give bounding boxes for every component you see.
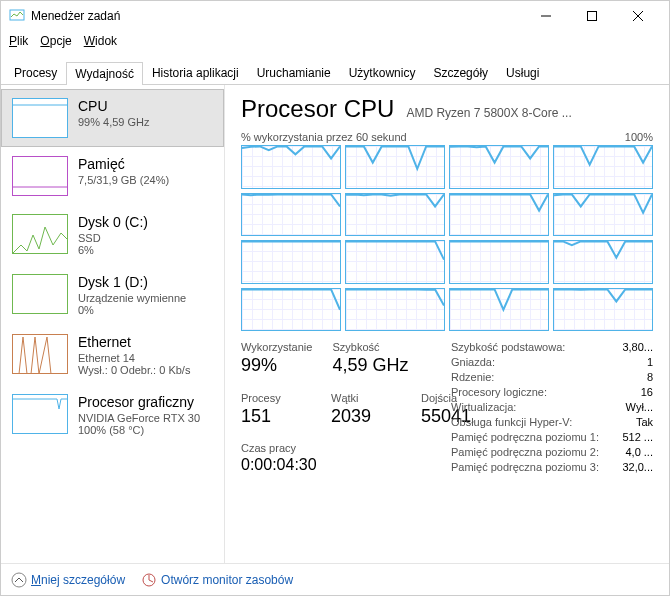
spec-row: Szybkość podstawowa:3,80... <box>451 341 653 353</box>
core-chart-7 <box>553 193 653 237</box>
tab-usługi[interactable]: Usługi <box>497 61 548 84</box>
sidebar-item-procesor-graficzny[interactable]: Procesor graficzny NVIDIA GeForce RTX 30… <box>1 385 224 445</box>
core-chart-13 <box>345 288 445 332</box>
core-chart-3 <box>553 145 653 189</box>
sidebar-item-dysk-1-d-[interactable]: Dysk 1 (D:) Urządzenie wymienne 0% <box>1 265 224 325</box>
page-title: Procesor CPU <box>241 95 394 123</box>
window-title: Menedżer zadań <box>31 9 523 23</box>
tab-szczegóły[interactable]: Szczegóły <box>424 61 497 84</box>
maximize-button[interactable] <box>569 1 615 31</box>
menu-view[interactable]: Widok <box>80 32 121 50</box>
spec-row: Rdzenie:8 <box>451 371 653 383</box>
core-chart-8 <box>241 240 341 284</box>
chevron-up-icon <box>11 572 27 588</box>
core-chart-1 <box>345 145 445 189</box>
open-resmon-link[interactable]: Otwórz monitor zasobów <box>141 572 293 588</box>
stat-uptime: Czas pracy0:00:04:30 <box>241 442 431 476</box>
sidebar-item-sub: Ethernet 14 <box>78 352 213 364</box>
core-chart-12 <box>241 288 341 332</box>
sidebar-thumb <box>12 334 68 374</box>
stat-wątki: Wątki2039 <box>331 392 401 429</box>
stat-wykorzystanie: Wykorzystanie99% <box>241 341 312 378</box>
spec-row: Pamięć podręczna poziomu 3:32,0... <box>451 461 653 473</box>
sidebar-item-pami-[interactable]: Pamięć 7,5/31,9 GB (24%) <box>1 147 224 205</box>
minimize-button[interactable] <box>523 1 569 31</box>
sidebar-thumb <box>12 274 68 314</box>
sidebar-item-sub2: 6% <box>78 244 213 256</box>
svg-line-8 <box>149 580 153 582</box>
core-grid <box>241 145 653 331</box>
sidebar-item-sub: 7,5/31,9 GB (24%) <box>78 174 213 186</box>
app-icon <box>9 8 25 24</box>
sidebar-thumb <box>12 98 68 138</box>
sidebar-item-name: Dysk 0 (C:) <box>78 214 213 230</box>
core-chart-9 <box>345 240 445 284</box>
chart-label-left: % wykorzystania przez 60 sekund <box>241 131 407 143</box>
tab-uruchamianie[interactable]: Uruchamianie <box>248 61 340 84</box>
svg-point-5 <box>12 573 26 587</box>
tab-procesy[interactable]: Procesy <box>5 61 66 84</box>
stat-szybkość: Szybkość4,59 GHz <box>332 341 408 378</box>
close-button[interactable] <box>615 1 661 31</box>
stat-procesy: Procesy151 <box>241 392 311 429</box>
core-chart-10 <box>449 240 549 284</box>
core-chart-5 <box>345 193 445 237</box>
svg-rect-2 <box>588 12 597 21</box>
cpu-model: AMD Ryzen 7 5800X 8-Core ... <box>406 106 653 120</box>
titlebar: Menedżer zadań <box>1 1 669 31</box>
tab-wydajność[interactable]: Wydajność <box>66 62 143 85</box>
core-chart-4 <box>241 193 341 237</box>
footer: Mniej szczegółów Otwórz monitor zasobów <box>1 563 669 595</box>
sidebar-item-sub2: 0% <box>78 304 213 316</box>
sidebar-item-cpu[interactable]: CPU 99% 4,59 GHz <box>1 89 224 147</box>
tabbar: ProcesyWydajnośćHistoria aplikacjiUrucha… <box>1 57 669 85</box>
sidebar-item-name: Procesor graficzny <box>78 394 213 410</box>
sidebar-item-ethernet[interactable]: Ethernet Ethernet 14 Wysł.: 0 Odebr.: 0 … <box>1 325 224 385</box>
core-chart-2 <box>449 145 549 189</box>
menu-file[interactable]: Plik <box>5 32 32 50</box>
spec-row: Gniazda:1 <box>451 356 653 368</box>
sidebar-item-sub: 99% 4,59 GHz <box>78 116 213 128</box>
spec-row: Procesory logiczne:16 <box>451 386 653 398</box>
svg-rect-0 <box>10 10 24 20</box>
sidebar-item-sub: NVIDIA GeForce RTX 30 <box>78 412 213 424</box>
sidebar-item-name: Dysk 1 (D:) <box>78 274 213 290</box>
sidebar-item-sub2: Wysł.: 0 Odebr.: 0 Kb/s <box>78 364 213 376</box>
sidebar-thumb <box>12 394 68 434</box>
sidebar: CPU 99% 4,59 GHz Pamięć 7,5/31,9 GB (24%… <box>1 85 225 563</box>
sidebar-thumb <box>12 156 68 196</box>
fewer-details-button[interactable]: Mniej szczegółów <box>11 572 125 588</box>
sidebar-item-sub: Urządzenie wymienne <box>78 292 213 304</box>
spec-row: Pamięć podręczna poziomu 2:4,0 ... <box>451 446 653 458</box>
sidebar-thumb <box>12 214 68 254</box>
core-chart-15 <box>553 288 653 332</box>
sidebar-item-name: CPU <box>78 98 213 114</box>
core-chart-14 <box>449 288 549 332</box>
core-chart-0 <box>241 145 341 189</box>
menubar: Plik Opcje Widok <box>1 31 669 51</box>
chart-label-right: 100% <box>625 131 653 143</box>
spec-row: Pamięć podręczna poziomu 1:512 ... <box>451 431 653 443</box>
resmon-icon <box>141 572 157 588</box>
sidebar-item-sub: SSD <box>78 232 213 244</box>
core-chart-11 <box>553 240 653 284</box>
sidebar-item-dysk-0-c-[interactable]: Dysk 0 (C:) SSD 6% <box>1 205 224 265</box>
menu-options[interactable]: Opcje <box>36 32 75 50</box>
tab-historia-aplikacji[interactable]: Historia aplikacji <box>143 61 248 84</box>
tab-użytkownicy[interactable]: Użytkownicy <box>340 61 425 84</box>
sidebar-item-name: Ethernet <box>78 334 213 350</box>
sidebar-item-name: Pamięć <box>78 156 213 172</box>
content-panel: Procesor CPU AMD Ryzen 7 5800X 8-Core ..… <box>225 85 669 563</box>
spec-row: Obsługa funkcji Hyper-V:Tak <box>451 416 653 428</box>
spec-row: Wirtualizacja:Wył... <box>451 401 653 413</box>
sidebar-item-sub2: 100% (58 °C) <box>78 424 213 436</box>
core-chart-6 <box>449 193 549 237</box>
